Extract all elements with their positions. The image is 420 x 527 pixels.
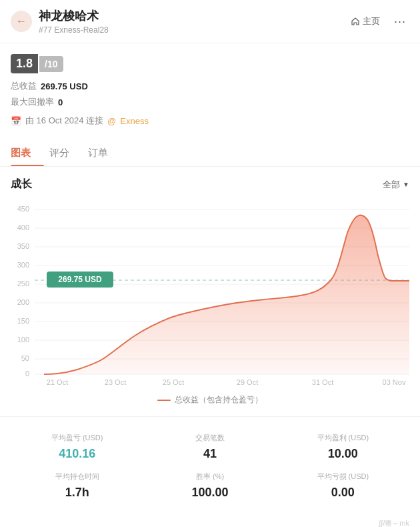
stat-value-avg-pnl: 410.16: [59, 447, 95, 461]
stats-grid: 平均盈亏 (USD) 410.16 交易笔数 41 平均盈利 (USD) 10.…: [0, 416, 420, 516]
svg-text:400: 400: [17, 223, 29, 231]
svg-text:250: 250: [17, 280, 29, 288]
legend-text: 总收益（包含持仓盈亏）: [175, 394, 263, 406]
back-arrow-icon: ←: [16, 15, 27, 27]
more-icon: ···: [394, 15, 406, 29]
score-value: 1.8: [11, 54, 38, 73]
tab-orders[interactable]: 订单: [88, 140, 121, 166]
home-button[interactable]: 主页: [345, 13, 385, 30]
svg-text:200: 200: [17, 298, 29, 306]
svg-text:29 Oct: 29 Oct: [237, 378, 258, 386]
svg-text:23 Oct: 23 Oct: [105, 378, 126, 386]
total-profit-value: 269.75 USD: [41, 81, 88, 91]
svg-text:0: 0: [25, 370, 29, 378]
chart-title: 成长: [11, 177, 32, 191]
connected-text: 由 16 Oct 2024 连接: [25, 115, 103, 127]
chart-section: 成长 全部 ▼ 450 400 350 300 250 200 150 100 …: [0, 167, 420, 416]
chart-filter-button[interactable]: 全部 ▼: [383, 179, 409, 191]
chart-filter-label: 全部: [383, 179, 400, 191]
calendar-icon: 📅: [11, 116, 21, 126]
stat-value-trades: 41: [203, 447, 217, 461]
chart-legend: 总收益（包含持仓盈亏）: [11, 394, 409, 406]
svg-text:300: 300: [17, 261, 29, 269]
score-max: /10: [39, 56, 63, 72]
svg-text:50: 50: [21, 354, 29, 362]
max-drawdown-row: 最大回撤率 0: [11, 96, 409, 108]
more-button[interactable]: ···: [391, 12, 409, 31]
stat-cell-win-rate: 胜率 (%) 100.00: [143, 466, 276, 505]
header-actions: 主页 ···: [345, 12, 409, 31]
svg-text:269.75 USD: 269.75 USD: [58, 275, 102, 284]
stat-value-avg-profit: 10.00: [328, 447, 358, 461]
stat-label-trades: 交易笔数: [195, 433, 225, 443]
stat-label-avg-profit: 平均盈利 (USD): [317, 433, 369, 443]
chart-header: 成长 全部 ▼: [11, 177, 409, 191]
stat-cell-avg-profit: 平均盈利 (USD) 10.00: [277, 428, 409, 466]
stat-label-avg-loss: 平均亏损 (USD): [317, 472, 369, 482]
back-button[interactable]: ←: [11, 11, 32, 32]
stat-value-avg-loss: 0.00: [331, 486, 355, 500]
total-profit-row: 总收益 269.75 USD: [11, 80, 409, 92]
max-drawdown-value: 0: [58, 97, 63, 107]
tab-chart[interactable]: 图表: [11, 140, 44, 166]
stat-value-win-rate: 100.00: [191, 486, 228, 500]
svg-text:31 Oct: 31 Oct: [312, 378, 333, 386]
watermark: ∫∫/噢～mk: [0, 516, 420, 527]
home-icon: [351, 17, 360, 26]
score-badge: 1.8/10: [11, 54, 63, 73]
header-title-block: 神龙梭哈术 #77 Exness-Real28: [39, 8, 345, 35]
at-icon: @: [107, 116, 116, 126]
stat-cell-avg-loss: 平均亏损 (USD) 0.00: [277, 466, 409, 505]
header: ← 神龙梭哈术 #77 Exness-Real28 主页 ···: [0, 0, 420, 43]
legend-line-icon: [157, 400, 171, 401]
page-title: 神龙梭哈术: [39, 8, 345, 24]
chart-container: 450 400 350 300 250 200 150 100 50 0: [11, 199, 409, 389]
growth-chart: 450 400 350 300 250 200 150 100 50 0: [11, 199, 409, 386]
connected-row: 📅 由 16 Oct 2024 连接 @ Exness: [11, 115, 409, 127]
score-section: 1.8/10 总收益 269.75 USD 最大回撤率 0 📅 由 16 Oct…: [0, 43, 420, 132]
broker-link[interactable]: Exness: [120, 116, 149, 126]
stat-cell-avg-pnl: 平均盈亏 (USD) 410.16: [11, 428, 143, 466]
svg-text:450: 450: [17, 205, 29, 213]
stat-value-hold-time: 1.7h: [65, 486, 89, 500]
chevron-down-icon: ▼: [403, 181, 409, 188]
max-drawdown-label: 最大回撤率: [11, 96, 54, 108]
svg-text:100: 100: [17, 336, 29, 344]
stat-cell-trades: 交易笔数 41: [143, 428, 276, 466]
total-profit-label: 总收益: [11, 80, 37, 92]
page-subtitle: #77 Exness-Real28: [39, 25, 345, 35]
tab-rating[interactable]: 评分: [49, 140, 83, 166]
svg-text:150: 150: [17, 317, 29, 325]
svg-text:25 Oct: 25 Oct: [163, 378, 184, 386]
svg-text:350: 350: [17, 242, 29, 250]
stat-label-hold-time: 平均持仓时间: [55, 472, 99, 482]
watermark-text: ∫∫/噢～mk: [379, 519, 409, 527]
svg-text:03 Nov: 03 Nov: [383, 378, 406, 386]
svg-text:21 Oct: 21 Oct: [47, 378, 68, 386]
home-label: 主页: [363, 15, 380, 27]
stat-label-avg-pnl: 平均盈亏 (USD): [51, 433, 103, 443]
tabs: 图表 评分 订单: [0, 140, 420, 167]
stat-label-win-rate: 胜率 (%): [196, 472, 224, 482]
stat-cell-hold-time: 平均持仓时间 1.7h: [11, 466, 143, 505]
